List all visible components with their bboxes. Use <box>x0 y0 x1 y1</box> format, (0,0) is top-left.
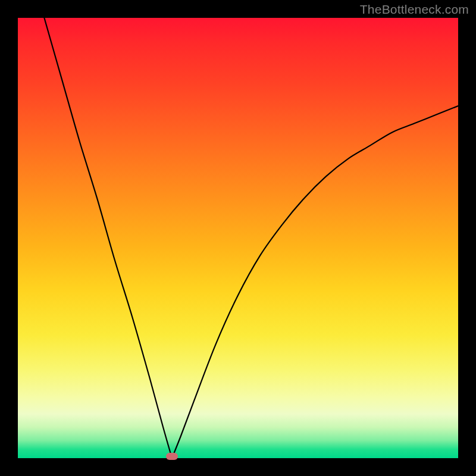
optimum-marker <box>166 453 178 460</box>
bottleneck-curve <box>44 18 458 458</box>
watermark-text: TheBottleneck.com <box>360 2 469 17</box>
plot-area <box>18 18 458 458</box>
chart-frame: TheBottleneck.com <box>0 0 476 476</box>
curve-svg <box>18 18 458 458</box>
